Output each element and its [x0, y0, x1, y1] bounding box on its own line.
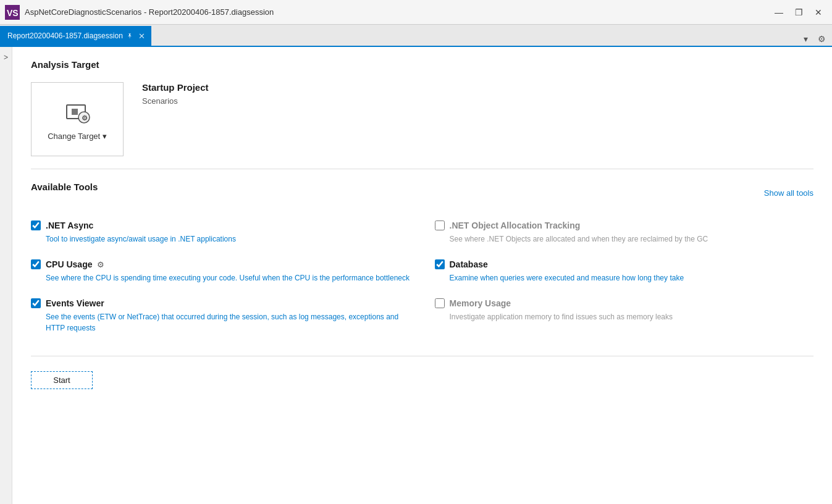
tool-checkbox-memory-usage[interactable] [435, 298, 445, 308]
vs-logo-icon: VS [5, 5, 20, 20]
tool-checkbox-net-object[interactable] [435, 220, 445, 230]
tools-header: Available Tools Show all tools [31, 182, 813, 204]
tool-name-memory-usage: Memory Usage [450, 298, 511, 308]
tool-name-net-object: .NET Object Allocation Tracking [450, 220, 581, 230]
svg-text:VS: VS [7, 8, 19, 18]
tab-close-icon[interactable]: ✕ [137, 30, 146, 42]
svg-marker-3 [72, 109, 78, 115]
tool-desc-events-viewer: See the events (ETW or NetTrace) that oc… [46, 311, 415, 334]
tool-item-events-viewer: Events Viewer See the events (ETW or Net… [31, 293, 422, 343]
minimize-button[interactable]: — [770, 4, 788, 21]
tool-item-net-async: .NET Async Tool to investigate async/awa… [31, 216, 422, 254]
tool-item-net-object: .NET Object Allocation Tracking See wher… [422, 216, 814, 254]
tab-dropdown-icon[interactable]: ▾ [799, 32, 812, 46]
tab-label: Report20200406-1857.diagsession [7, 32, 123, 40]
tool-name-cpu-usage: CPU Usage [46, 259, 92, 269]
analysis-target-section: Analysis Target ⚙ Change Target ▾ [31, 59, 813, 156]
tool-header-memory-usage: Memory Usage [435, 298, 807, 308]
window-controls: — ❐ ✕ [770, 4, 827, 21]
close-button[interactable]: ✕ [810, 4, 827, 21]
maximize-button[interactable]: ❐ [790, 4, 807, 21]
available-tools-section: Available Tools Show all tools .NET Asyn… [31, 182, 813, 343]
cpu-usage-gear-icon[interactable]: ⚙ [97, 260, 104, 269]
title-bar: VS AspNetCoreDiagnosticScenarios - Repor… [0, 0, 832, 25]
tool-item-memory-usage: Memory Usage Investigate application mem… [422, 293, 814, 343]
tab-pin-icon[interactable]: 🖈 [127, 32, 133, 40]
startup-project-label: Startup Project [142, 82, 209, 93]
start-button[interactable]: Start [31, 371, 93, 389]
tool-header-events-viewer: Events Viewer [31, 298, 415, 308]
content-panel: Analysis Target ⚙ Change Target ▾ [12, 47, 832, 504]
change-target-label: Change Target ▾ [48, 132, 107, 141]
tool-checkbox-database[interactable] [435, 259, 445, 269]
tool-header-net-object: .NET Object Allocation Tracking [435, 220, 807, 230]
window-title: AspNetCoreDiagnosticScenarios - Report20… [25, 7, 770, 17]
sidebar-toggle-icon: > [4, 53, 8, 62]
settings-icon[interactable]: ⚙ [815, 32, 828, 46]
change-target-button[interactable]: ⚙ Change Target ▾ [31, 82, 124, 156]
tool-desc-database: Examine when queries were executed and m… [450, 272, 807, 284]
tool-checkbox-net-async[interactable] [31, 220, 41, 230]
target-area: ⚙ Change Target ▾ Startup Project Scenar… [31, 82, 813, 156]
tools-grid: .NET Async Tool to investigate async/awa… [31, 216, 813, 343]
sidebar-toggle-button[interactable]: > [0, 47, 12, 504]
tool-desc-net-async: Tool to investigate async/await usage in… [46, 233, 415, 245]
tab-bar-right-controls: ▾ ⚙ [799, 32, 832, 46]
change-target-icon: ⚙ [62, 98, 92, 128]
tool-desc-cpu-usage: See where the CPU is spending time execu… [46, 272, 415, 284]
tool-header-net-async: .NET Async [31, 220, 415, 230]
tool-desc-net-object: See where .NET Objects are allocated and… [450, 233, 807, 245]
tool-name-database: Database [450, 259, 488, 269]
available-tools-title: Available Tools [31, 182, 98, 192]
startup-project-value: Scenarios [142, 96, 209, 106]
tool-name-net-async: .NET Async [46, 220, 93, 230]
main-area: > Analysis Target ⚙ Change Tar [0, 47, 832, 504]
start-section: Start [31, 371, 813, 389]
tool-name-events-viewer: Events Viewer [46, 298, 104, 308]
show-all-tools-link[interactable]: Show all tools [764, 188, 813, 198]
tool-desc-memory-usage: Investigate application memory to find i… [450, 311, 807, 322]
svg-text:⚙: ⚙ [82, 114, 88, 122]
analysis-target-title: Analysis Target [31, 59, 813, 70]
active-tab[interactable]: Report20200406-1857.diagsession 🖈 ✕ [0, 26, 151, 46]
tool-header-cpu-usage: CPU Usage ⚙ [31, 259, 415, 269]
tool-header-database: Database [435, 259, 807, 269]
tool-checkbox-cpu-usage[interactable] [31, 259, 41, 269]
section-divider-1 [31, 169, 813, 169]
tool-item-cpu-usage: CPU Usage ⚙ See where the CPU is spendin… [31, 254, 422, 293]
section-divider-2 [31, 356, 813, 356]
tab-bar: Report20200406-1857.diagsession 🖈 ✕ ▾ ⚙ [0, 25, 832, 47]
tool-checkbox-events-viewer[interactable] [31, 298, 41, 308]
startup-project-info: Startup Project Scenarios [142, 82, 209, 106]
tool-item-database: Database Examine when queries were execu… [422, 254, 814, 293]
